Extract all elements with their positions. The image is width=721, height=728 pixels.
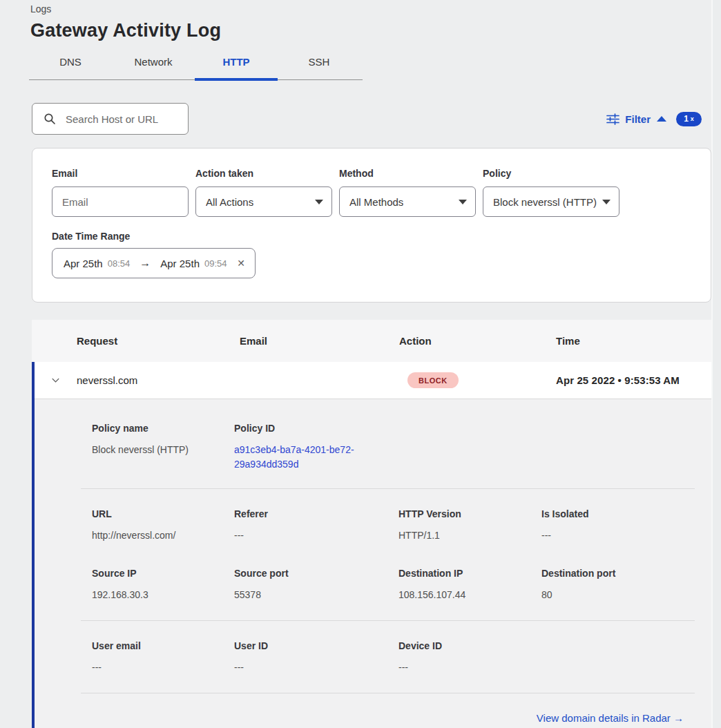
radar-link-row: View domain details in Radar → — [35, 712, 711, 725]
page-title: Gateway Activity Log — [30, 20, 711, 41]
search-input[interactable] — [66, 113, 176, 125]
chevron-down-icon — [50, 375, 61, 385]
tab-dns[interactable]: DNS — [29, 52, 112, 79]
page-right-gutter — [711, 0, 721, 728]
source-port-field: Source port 55378 — [234, 568, 398, 602]
status-badge: BLOCK — [407, 372, 459, 388]
email-input-box[interactable] — [52, 186, 189, 217]
column-header-email: Email — [240, 335, 399, 347]
is-isolated-label: Is Isolated — [541, 508, 695, 519]
tab-http[interactable]: HTTP — [195, 52, 278, 79]
policy-id-link[interactable]: a91c3eb4-ba7a-4201-be72-29a934dd359d — [234, 443, 379, 472]
tab-bar: DNS Network HTTP SSH — [29, 52, 363, 80]
is-isolated-value: --- — [541, 528, 695, 543]
row-expand-toggle[interactable] — [35, 375, 77, 385]
device-id-field: Device ID --- — [398, 640, 541, 675]
destination-port-field: Destination port 80 — [541, 568, 695, 602]
search-box[interactable] — [32, 103, 189, 135]
filter-label: Filter — [625, 113, 651, 125]
user-email-label: User email — [92, 640, 234, 651]
tab-network[interactable]: Network — [112, 52, 195, 79]
search-filter-row: Filter 1 x — [32, 103, 702, 135]
referer-field: Referer --- — [234, 508, 398, 543]
action-taken-field: Action taken All Actions — [195, 168, 332, 217]
start-date[interactable]: Apr 25th — [64, 258, 103, 269]
main-content: Logs Gateway Activity Log DNS Network HT… — [0, 0, 711, 728]
http-version-field: HTTP Version HTTP/1.1 — [398, 508, 541, 543]
destination-port-value: 80 — [541, 588, 695, 602]
source-ip-value: 192.168.30.3 — [92, 588, 234, 602]
date-time-range-label: Date Time Range — [52, 231, 691, 242]
user-email-value: --- — [92, 660, 234, 675]
destination-ip-field: Destination IP 108.156.107.44 — [398, 568, 541, 602]
table-row[interactable]: neverssl.com BLOCK Apr 25 2022 • 9:53:53… — [35, 362, 711, 399]
email-input[interactable] — [62, 196, 180, 208]
method-select[interactable]: All Methods — [339, 186, 476, 217]
end-date[interactable]: Apr 25th — [160, 258, 200, 269]
breadcrumb[interactable]: Logs — [30, 3, 711, 15]
user-id-value: --- — [234, 660, 398, 675]
action-taken-value: All Actions — [206, 196, 253, 208]
clear-date-icon[interactable]: ✕ — [237, 258, 245, 269]
request-cell: neverssl.com — [77, 374, 240, 386]
method-field: Method All Methods — [339, 168, 476, 217]
radar-link[interactable]: View domain details in Radar → — [537, 712, 684, 724]
is-isolated-field: Is Isolated --- — [541, 508, 695, 543]
device-id-value: --- — [398, 660, 541, 675]
http-version-value: HTTP/1.1 — [398, 528, 541, 543]
http-version-label: HTTP Version — [398, 508, 541, 519]
user-id-field: User ID --- — [234, 640, 398, 675]
row-details-panel: Policy name Block neverssl (HTTP) Policy… — [35, 399, 711, 728]
source-ip-field: Source IP 192.168.30.3 — [92, 568, 234, 602]
tab-ssh[interactable]: SSH — [278, 52, 360, 79]
policy-label: Policy — [483, 168, 619, 179]
column-header-request: Request — [77, 335, 240, 347]
url-value: http://neverssl.com/ — [92, 528, 234, 543]
policy-id-field: Policy ID a91c3eb4-ba7a-4201-be72-29a934… — [234, 423, 398, 472]
filter-count-badge[interactable]: 1 x — [676, 112, 702, 126]
filter-sliders-icon — [606, 113, 619, 125]
source-port-label: Source port — [234, 568, 398, 579]
referer-value: --- — [234, 528, 398, 543]
action-taken-label: Action taken — [195, 168, 332, 179]
expanded-row-wrapper: neverssl.com BLOCK Apr 25 2022 • 9:53:53… — [32, 362, 711, 728]
email-filter-field: Email — [52, 168, 189, 217]
start-time[interactable]: 08:54 — [108, 258, 131, 269]
source-ip-label: Source IP — [92, 568, 234, 579]
method-value: All Methods — [349, 196, 403, 208]
user-email-field: User email --- — [92, 640, 234, 675]
url-label: URL — [92, 508, 234, 519]
column-header-action: Action — [399, 335, 556, 347]
filter-clear-x[interactable]: x — [691, 115, 694, 122]
search-icon — [44, 113, 56, 125]
action-cell: BLOCK — [399, 372, 556, 388]
collapse-arrow-icon — [657, 116, 666, 122]
policy-name-label: Policy name — [92, 423, 234, 434]
action-taken-select[interactable]: All Actions — [195, 186, 332, 217]
source-port-value: 55378 — [234, 588, 398, 602]
policy-id-label: Policy ID — [234, 423, 398, 434]
range-arrow-icon: → — [140, 257, 151, 269]
chevron-down-icon — [459, 200, 467, 204]
column-header-time: Time — [556, 335, 711, 347]
divider — [81, 693, 695, 693]
destination-ip-label: Destination IP — [398, 568, 541, 579]
policy-value: Block neverssl (HTTP) — [493, 196, 597, 208]
user-id-label: User ID — [234, 640, 398, 651]
chevron-down-icon — [602, 200, 611, 204]
policy-select[interactable]: Block neverssl (HTTP) — [483, 186, 619, 217]
email-filter-label: Email — [52, 168, 189, 179]
destination-port-label: Destination port — [541, 568, 695, 579]
filter-toggle[interactable]: Filter 1 x — [606, 112, 702, 126]
end-time[interactable]: 09:54 — [204, 258, 227, 269]
method-label: Method — [339, 168, 476, 179]
table-header: Request Email Action Time — [32, 320, 711, 362]
chevron-down-icon — [315, 200, 323, 204]
device-id-label: Device ID — [398, 640, 541, 651]
filter-count: 1 — [684, 114, 689, 124]
activity-log-table: Request Email Action Time neverssl.com B… — [32, 320, 711, 728]
date-range-picker[interactable]: Apr 25th 08:54 → Apr 25th 09:54 ✕ — [52, 248, 256, 278]
policy-field: Policy Block neverssl (HTTP) — [483, 168, 619, 217]
filter-panel: Email Action taken All Actions Method Al… — [32, 148, 711, 303]
policy-name-value: Block neverssl (HTTP) — [92, 443, 234, 457]
